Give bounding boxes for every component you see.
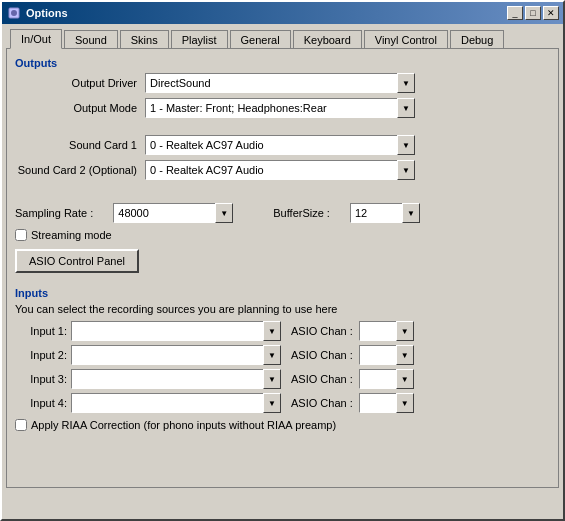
input4-container: ▼ <box>71 393 281 413</box>
sampling-row: Sampling Rate : 44100 48000 96000 ▼ Buff… <box>15 203 550 223</box>
window-controls: _ □ ✕ <box>507 6 559 20</box>
output-driver-row: Output Driver DirectSound WASAPI ASIO ▼ <box>15 73 550 93</box>
input1-asio-select[interactable] <box>359 321 414 341</box>
tab-sound[interactable]: Sound <box>64 30 118 49</box>
window-title: Options <box>26 7 507 19</box>
input1-row: Input 1: ▼ ASIO Chan : ▼ <box>15 321 550 341</box>
input4-asio-container: ▼ <box>359 393 414 413</box>
title-bar: Options _ □ ✕ <box>2 2 563 24</box>
input3-container: ▼ <box>71 369 281 389</box>
output-mode-select[interactable]: 1 - Master: Front; Headphones:Rear <box>145 98 415 118</box>
tab-skins[interactable]: Skins <box>120 30 169 49</box>
input2-select[interactable] <box>71 345 281 365</box>
output-driver-label: Output Driver <box>15 77 145 89</box>
sound-card1-select[interactable]: 0 - Realtek AC97 Audio <box>145 135 415 155</box>
tab-bar: In/Out Sound Skins Playlist General Keyb… <box>6 28 559 48</box>
input1-asio-container: ▼ <box>359 321 414 341</box>
input3-asio-container: ▼ <box>359 369 414 389</box>
svg-point-1 <box>11 10 17 16</box>
input2-asio-container: ▼ <box>359 345 414 365</box>
tab-debug[interactable]: Debug <box>450 30 504 49</box>
close-button[interactable]: ✕ <box>543 6 559 20</box>
input3-asio-select[interactable] <box>359 369 414 389</box>
input1-asio-label: ASIO Chan : <box>291 325 353 337</box>
input4-row: Input 4: ▼ ASIO Chan : ▼ <box>15 393 550 413</box>
buffersize-container: 8 10 12 16 32 ▼ <box>350 203 420 223</box>
riaa-label: Apply RIAA Correction (for phono inputs … <box>31 419 336 431</box>
input2-label: Input 2: <box>15 349 67 361</box>
sampling-rate-container: 44100 48000 96000 ▼ <box>113 203 233 223</box>
input1-label: Input 1: <box>15 325 67 337</box>
sound-card2-select[interactable]: 0 - Realtek AC97 Audio <box>145 160 415 180</box>
input4-asio-label: ASIO Chan : <box>291 397 353 409</box>
tab-keyboard[interactable]: Keyboard <box>293 30 362 49</box>
output-mode-container: 1 - Master: Front; Headphones:Rear ▼ <box>145 98 415 118</box>
inputs-section: Inputs You can select the recording sour… <box>15 287 550 431</box>
sound-card1-label: Sound Card 1 <box>15 139 145 151</box>
minimize-button[interactable]: _ <box>507 6 523 20</box>
input3-select[interactable] <box>71 369 281 389</box>
sound-card1-container: 0 - Realtek AC97 Audio ▼ <box>145 135 415 155</box>
outputs-title: Outputs <box>15 57 550 69</box>
tab-content: Outputs Output Driver DirectSound WASAPI… <box>6 48 559 488</box>
input2-asio-select[interactable] <box>359 345 414 365</box>
streaming-mode-checkbox[interactable] <box>15 229 27 241</box>
sampling-rate-select[interactable]: 44100 48000 96000 <box>113 203 233 223</box>
input1-select[interactable] <box>71 321 281 341</box>
tab-general[interactable]: General <box>230 30 291 49</box>
output-driver-select[interactable]: DirectSound WASAPI ASIO <box>145 73 415 93</box>
streaming-mode-label: Streaming mode <box>31 229 112 241</box>
input3-label: Input 3: <box>15 373 67 385</box>
input3-asio-label: ASIO Chan : <box>291 373 353 385</box>
outputs-section: Outputs Output Driver DirectSound WASAPI… <box>15 57 550 283</box>
buffersize-label: BufferSize : <box>273 207 330 219</box>
input4-label: Input 4: <box>15 397 67 409</box>
input4-select[interactable] <box>71 393 281 413</box>
streaming-mode-row: Streaming mode <box>15 229 550 241</box>
input2-asio-label: ASIO Chan : <box>291 349 353 361</box>
sound-card1-row: Sound Card 1 0 - Realtek AC97 Audio ▼ <box>15 135 550 155</box>
output-mode-row: Output Mode 1 - Master: Front; Headphone… <box>15 98 550 118</box>
input2-row: Input 2: ▼ ASIO Chan : ▼ <box>15 345 550 365</box>
window-icon <box>6 5 22 21</box>
input2-container: ▼ <box>71 345 281 365</box>
buffersize-select[interactable]: 8 10 12 16 32 <box>350 203 420 223</box>
maximize-button[interactable]: □ <box>525 6 541 20</box>
riaa-row: Apply RIAA Correction (for phono inputs … <box>15 419 550 431</box>
inputs-title: Inputs <box>15 287 550 299</box>
sound-card2-container: 0 - Realtek AC97 Audio ▼ <box>145 160 415 180</box>
input3-row: Input 3: ▼ ASIO Chan : ▼ <box>15 369 550 389</box>
riaa-checkbox[interactable] <box>15 419 27 431</box>
asio-control-panel-button[interactable]: ASIO Control Panel <box>15 249 139 273</box>
output-driver-container: DirectSound WASAPI ASIO ▼ <box>145 73 415 93</box>
output-mode-label: Output Mode <box>15 102 145 114</box>
sound-card2-row: Sound Card 2 (Optional) 0 - Realtek AC97… <box>15 160 550 180</box>
options-window: Options _ □ ✕ In/Out Sound Skins Playlis… <box>0 0 565 521</box>
sampling-rate-label: Sampling Rate : <box>15 207 93 219</box>
tab-vinyl-control[interactable]: Vinyl Control <box>364 30 448 49</box>
input1-container: ▼ <box>71 321 281 341</box>
sound-card2-label: Sound Card 2 (Optional) <box>15 164 145 176</box>
inputs-description: You can select the recording sources you… <box>15 303 550 315</box>
tab-inout[interactable]: In/Out <box>10 29 62 49</box>
input4-asio-select[interactable] <box>359 393 414 413</box>
tab-playlist[interactable]: Playlist <box>171 30 228 49</box>
